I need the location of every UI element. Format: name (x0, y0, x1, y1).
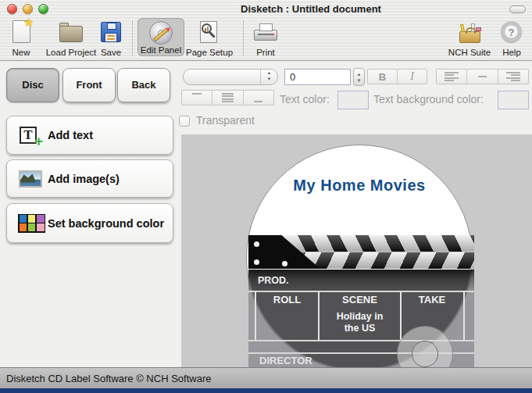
add-images-label: Add image(s) (48, 173, 120, 185)
close-window-button[interactable] (7, 4, 17, 14)
align-left-button[interactable] (437, 70, 467, 84)
align-right-button[interactable] (498, 70, 528, 84)
toolbar-nch-suite-label: NCH Suite (447, 48, 492, 57)
transparent-checkbox-label: Transparent (196, 114, 255, 127)
status-bar: Disketch CD Label Software © NCH Softwar… (0, 367, 532, 388)
up-arrow-icon: ▲ (261, 70, 277, 76)
toolbox-icon (459, 31, 480, 43)
text-color-well[interactable] (337, 91, 369, 109)
magnifier-icon (202, 23, 212, 34)
up-arrow-icon: ▲ (354, 71, 364, 77)
minimize-window-button[interactable] (23, 4, 33, 14)
director-label: DIRECTOR (259, 355, 312, 366)
toolbar-new-label: New (5, 48, 37, 57)
transparent-checkbox[interactable] (179, 116, 190, 127)
question-mark-glyph: ? (509, 27, 515, 38)
toolbar-separator (132, 21, 133, 55)
take-label: TAKE (402, 294, 462, 305)
green-plus-glyph: + (34, 136, 43, 147)
bottom-accent-strip (0, 388, 532, 393)
toolbar-nch-suite-button[interactable]: NCH Suite (447, 19, 492, 58)
table-border (463, 291, 465, 340)
printer-icon (254, 30, 277, 41)
sidebar: Disc Front Back T + Add text Add image(s… (0, 61, 181, 367)
text-background-color-well[interactable] (498, 91, 529, 109)
toolbar-edit-panel-label: Edit Panel (138, 45, 184, 55)
disc-center-hole (412, 341, 438, 367)
bold-button[interactable]: B (368, 70, 398, 84)
letter-t-glyph: T (23, 127, 32, 142)
down-arrow-icon: ▼ (354, 77, 364, 84)
align-center-button[interactable] (467, 70, 498, 84)
scene-value-line1: Holiday in (337, 311, 384, 322)
toolbar-save-button[interactable]: Save (99, 19, 123, 58)
prod-label: PROD. (258, 275, 289, 286)
toolbar-help-label: Help (497, 48, 527, 57)
color-palette-icon (18, 214, 45, 233)
photo-icon (19, 170, 42, 188)
set-background-color-button[interactable]: Set background color (6, 203, 173, 243)
italic-label: I (410, 70, 414, 83)
roll-label: ROLL (256, 294, 318, 305)
align-bottom-icon (252, 93, 266, 102)
disketch-window: Disketch : Untitled document ★ New Load … (0, 0, 532, 393)
help-lifering-icon: ? (501, 21, 522, 42)
bold-label: B (379, 71, 386, 83)
align-left-icon (445, 72, 459, 81)
toolbar-toggle-button[interactable] (509, 5, 526, 13)
tab-front-label: Front (76, 79, 102, 91)
toolbar-print-label: Print (252, 48, 280, 57)
align-middle-icon (220, 93, 234, 102)
font-size-input[interactable]: 0 (284, 69, 351, 85)
disc-title-text[interactable]: My Home Movies (246, 177, 473, 195)
add-text-label: Add text (48, 129, 93, 141)
tab-back[interactable]: Back (117, 68, 170, 102)
toolbar-page-setup-label: Page Setup (186, 48, 233, 57)
align-bottom-button[interactable] (244, 91, 273, 105)
window-chrome: Disketch : Untitled document ★ New Load … (0, 0, 532, 61)
font-select[interactable]: ▲ ▼ (183, 69, 278, 85)
font-select-stepper[interactable]: ▲ ▼ (260, 70, 277, 84)
zoom-window-button[interactable] (38, 4, 48, 14)
toolbar-help-button[interactable]: ? Help (497, 19, 527, 58)
align-top-icon (190, 93, 204, 102)
text-color-label: Text color: (280, 93, 330, 105)
toolbar-new-button[interactable]: ★ New (5, 19, 37, 58)
floppy-label (105, 33, 117, 41)
toolbar-load-project-button[interactable]: Load Project (41, 19, 102, 58)
text-background-color-label: Text background color: (373, 93, 484, 105)
scene-label: SCENE (320, 294, 400, 305)
title-bar[interactable]: Disketch : Untitled document (0, 0, 532, 17)
status-bar-text: Disketch CD Label Software © NCH Softwar… (6, 373, 211, 384)
scene-value-line2: the US (345, 323, 376, 334)
floppy-shutter (107, 23, 116, 30)
add-images-button[interactable]: Add image(s) (6, 159, 173, 198)
align-right-icon (506, 72, 520, 81)
vertical-align-group (181, 90, 274, 105)
tab-front[interactable]: Front (62, 68, 116, 102)
tab-disc[interactable]: Disc (6, 68, 59, 102)
set-background-color-label: Set background color (48, 217, 164, 230)
clapperboard-image[interactable]: PROD. ROLL SCENE TAKE Holiday in the US … (248, 235, 474, 367)
align-middle-button[interactable] (212, 91, 243, 105)
italic-button[interactable]: I (398, 70, 427, 84)
down-arrow-icon: ▼ (261, 76, 277, 82)
font-size-stepper[interactable]: ▲ ▼ (353, 68, 365, 86)
window-title: Disketch : Untitled document (233, 3, 389, 15)
scene-value-text[interactable]: Holiday in the US (320, 311, 400, 334)
bold-italic-group: B I (367, 69, 427, 84)
align-top-button[interactable] (182, 91, 212, 105)
tab-back-label: Back (131, 79, 155, 91)
toolbar-print-button[interactable]: Print (252, 19, 280, 58)
toolbar-page-setup-button[interactable]: Page Setup (186, 19, 233, 58)
horizontal-align-group (436, 69, 529, 84)
board-line (248, 291, 474, 292)
toolbar-load-project-label: Load Project (41, 48, 102, 57)
star-icon: ★ (23, 16, 34, 30)
design-canvas[interactable]: My Home Movies PROD. ROLL SCENE TAKE Hol… (181, 134, 532, 367)
toolbar-save-label: Save (99, 48, 123, 57)
toolbar-separator (243, 21, 244, 55)
tab-disc-label: Disc (22, 79, 43, 91)
toolbar-edit-panel-button[interactable]: Edit Panel (137, 18, 184, 56)
add-text-button[interactable]: T + Add text (6, 116, 173, 155)
